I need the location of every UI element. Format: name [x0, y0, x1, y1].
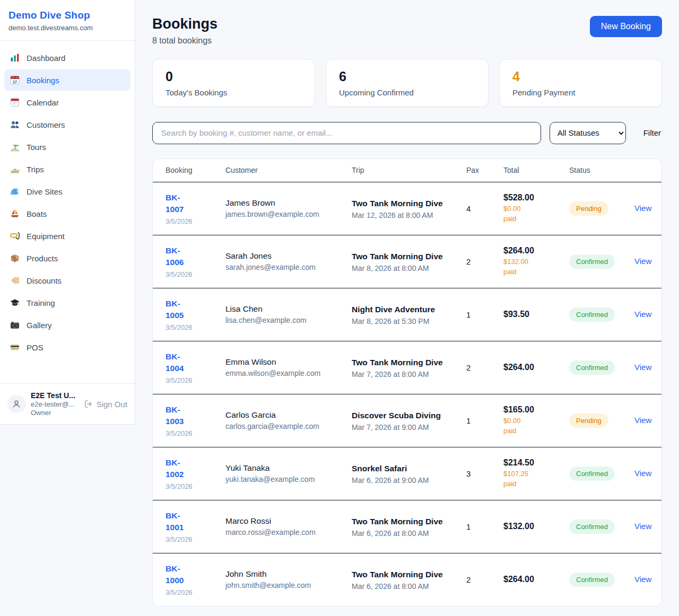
status-badge: Confirmed — [569, 467, 615, 481]
app-root: Demo Dive Shop demo.test.divestreams.com… — [0, 0, 679, 616]
column-header-customer: Customer — [225, 166, 352, 174]
pax-count: 4 — [466, 204, 503, 213]
sidebar-item-products[interactable]: Products — [4, 248, 130, 269]
trip-datetime: Mar 6, 2026 at 9:00 AM — [352, 476, 461, 485]
sidebar-item-equipment[interactable]: Equipment — [4, 225, 130, 247]
sidebar-item-boats[interactable]: Boats — [4, 203, 130, 224]
pax-count: 1 — [466, 310, 503, 319]
island-icon — [10, 142, 20, 152]
booking-id-link[interactable]: BK-1000 — [166, 563, 195, 587]
total-amount: $214.50 — [503, 458, 564, 468]
main-content: Bookings 8 total bookings New Booking 0 … — [135, 0, 679, 616]
sidebar-header: Demo Dive Shop demo.test.divestreams.com — [0, 0, 135, 41]
view-link[interactable]: View — [634, 575, 651, 584]
camera-icon — [10, 320, 20, 330]
new-booking-button[interactable]: New Booking — [590, 16, 662, 37]
dive-mask-icon — [10, 231, 20, 241]
sidebar-item-bookings[interactable]: 17 Bookings — [4, 69, 130, 91]
view-link[interactable]: View — [634, 469, 651, 478]
view-link[interactable]: View — [634, 257, 651, 266]
stats-cards: 0 Today's Bookings 6 Upcoming Confirmed … — [152, 59, 662, 107]
trip-datetime: Mar 7, 2026 at 8:00 AM — [352, 370, 461, 379]
sidebar-item-tours[interactable]: Tours — [4, 136, 130, 157]
status-badge: Confirmed — [569, 573, 615, 587]
stat-value: 6 — [339, 69, 475, 84]
customer-email: emma.wilson@example.com — [225, 369, 346, 377]
sidebar-user-footer: E2E Test U... e2e-tester@... Owner Sign … — [0, 383, 135, 424]
stat-label: Pending Payment — [512, 88, 649, 97]
trip-datetime: Mar 12, 2026 at 8:00 AM — [352, 211, 461, 219]
status-badge: Confirmed — [569, 307, 615, 322]
trip-name: Discover Scuba Diving — [352, 409, 461, 421]
page-header: Bookings 8 total bookings New Booking — [152, 16, 662, 46]
page-title: Bookings — [152, 16, 217, 32]
sidebar-item-gallery[interactable]: Gallery — [4, 314, 130, 336]
paid-amount: $0.00 paid — [503, 204, 533, 224]
user-name: E2E Test U... — [31, 391, 79, 400]
brand-name[interactable]: Demo Dive Shop — [8, 10, 126, 21]
booking-date: 3/5/2026 — [166, 588, 220, 596]
sidebar-item-dashboard[interactable]: Dashboard — [4, 47, 130, 68]
booking-date: 3/5/2026 — [166, 429, 220, 437]
sign-out-label: Sign Out — [97, 400, 127, 409]
search-input[interactable] — [152, 122, 541, 144]
trip-datetime: Mar 6, 2026 at 8:00 AM — [352, 582, 461, 591]
customer-email: marco.rossi@example.com — [225, 528, 346, 536]
booking-id-link[interactable]: BK-1003 — [166, 404, 195, 428]
trip-name: Two Tank Morning Dive — [352, 568, 461, 580]
trip-name: Two Tank Morning Dive — [352, 197, 461, 209]
stat-card-pending-payment: 4 Pending Payment — [499, 59, 662, 107]
pax-count: 2 — [466, 257, 503, 266]
filter-button[interactable]: Filter — [643, 128, 661, 137]
trip-name: Two Tank Morning Dive — [352, 250, 461, 262]
sign-out-icon — [84, 399, 93, 409]
sidebar-item-training[interactable]: Training — [4, 292, 130, 313]
user-role: Owner — [31, 409, 79, 417]
sidebar-item-pos[interactable]: POS — [4, 337, 130, 358]
sailboat-icon — [10, 208, 20, 219]
grad-cap-icon — [10, 297, 20, 308]
trip-datetime: Mar 8, 2026 at 8:00 AM — [352, 264, 461, 272]
view-link[interactable]: View — [634, 522, 651, 531]
sign-out-button[interactable]: Sign Out — [84, 399, 127, 409]
booking-id-link[interactable]: BK-1007 — [166, 192, 195, 216]
customer-email: james.brown@example.com — [225, 210, 346, 218]
total-amount: $264.00 — [503, 575, 564, 584]
booking-id-link[interactable]: BK-1004 — [166, 351, 195, 375]
view-link[interactable]: View — [634, 204, 651, 213]
page-title-block: Bookings 8 total bookings — [152, 16, 217, 46]
table-row: BK-1004 3/5/2026 Emma Wilson emma.wilson… — [153, 341, 661, 394]
status-badge: Confirmed — [569, 360, 615, 375]
wave-icon — [10, 186, 20, 197]
stat-value: 0 — [166, 69, 302, 84]
customer-name: Yuki Tanaka — [225, 463, 346, 473]
view-link[interactable]: View — [634, 416, 651, 425]
stat-card-todays-bookings: 0 Today's Bookings — [152, 59, 315, 107]
status-select[interactable]: All Statuses — [550, 122, 626, 144]
sidebar-item-calendar[interactable]: Calendar — [4, 92, 130, 113]
table-row: BK-1005 3/5/2026 Lisa Chen lisa.chen@exa… — [153, 288, 661, 341]
total-amount: $528.00 — [503, 193, 564, 203]
view-link[interactable]: View — [634, 310, 651, 319]
booking-id-link[interactable]: BK-1006 — [166, 245, 195, 269]
brand-domain: demo.test.divestreams.com — [8, 24, 126, 32]
booking-date: 3/5/2026 — [166, 270, 220, 278]
trip-name: Two Tank Morning Dive — [352, 356, 461, 368]
stat-label: Upcoming Confirmed — [339, 88, 475, 97]
customer-email: john.smith@example.com — [225, 581, 346, 589]
table-row: BK-1003 3/5/2026 Carlos Garcia carlos.ga… — [153, 394, 661, 447]
sidebar-item-discounts[interactable]: Discounts — [4, 270, 130, 291]
booking-id-link[interactable]: BK-1001 — [166, 510, 195, 534]
booking-id-link[interactable]: BK-1005 — [166, 298, 195, 322]
sidebar-item-dive-sites[interactable]: Dive Sites — [4, 181, 130, 202]
booking-id-link[interactable]: BK-1002 — [166, 457, 195, 481]
customer-email: sarah.jones@example.com — [225, 263, 346, 271]
trip-name: Night Dive Adventure — [352, 303, 461, 315]
total-amount: $264.00 — [503, 363, 564, 372]
sidebar-item-customers[interactable]: Customers — [4, 114, 130, 135]
customer-email: lisa.chen@example.com — [225, 316, 346, 324]
view-link[interactable]: View — [634, 363, 651, 372]
column-header-pax: Pax — [466, 166, 503, 174]
sidebar-item-trips[interactable]: Trips — [4, 159, 130, 180]
customer-name: James Brown — [225, 198, 346, 208]
